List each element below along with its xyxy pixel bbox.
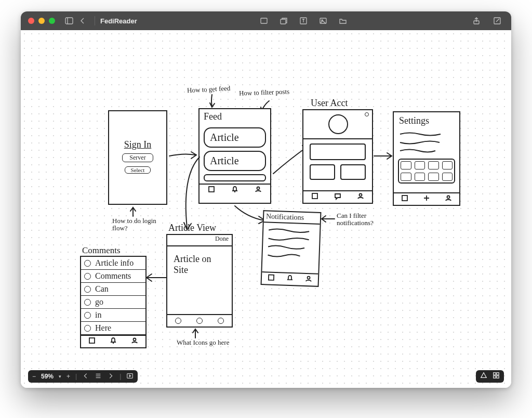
home-tab-icon[interactable] (401, 194, 409, 204)
wireframe-feed[interactable]: Feed Article Article (198, 108, 271, 204)
profile-tab-icon[interactable] (444, 194, 453, 204)
notifications-title: Notifications (264, 211, 321, 225)
svg-rect-2 (261, 18, 267, 23)
svg-rect-9 (209, 187, 214, 192)
settings-dot-icon[interactable] (365, 112, 369, 116)
app-window: FediReader How to get feed How to filter… (21, 11, 511, 388)
comment-text: in (95, 310, 101, 320)
color-swatch[interactable] (428, 161, 439, 169)
profile-tab-icon[interactable] (356, 192, 365, 202)
wireframe-user-acct[interactable] (302, 109, 373, 204)
profile-tab-icon[interactable] (254, 185, 262, 195)
browser-controls (167, 314, 232, 326)
back-icon[interactable] (78, 16, 87, 25)
comment-row: Here (81, 322, 145, 335)
home-tab-icon[interactable] (311, 192, 319, 202)
zoom-out-button[interactable]: − (32, 373, 36, 380)
signin-title: Sign In (109, 139, 166, 150)
prev-page-icon[interactable] (82, 372, 89, 381)
feed-card-1[interactable]: Article (204, 127, 266, 148)
compose-icon[interactable] (493, 16, 502, 25)
minimize-icon[interactable] (38, 18, 45, 24)
svg-rect-13 (402, 195, 407, 201)
wireframe-article-view[interactable]: Done Article on Site (166, 234, 233, 328)
avatar-icon (84, 286, 91, 293)
comment-text: Here (95, 323, 111, 333)
toolbar-center (257, 16, 350, 25)
feed-card-2[interactable]: Article (204, 151, 266, 171)
wireframe-settings[interactable]: Settings (393, 111, 460, 206)
bell-tab-icon[interactable] (109, 336, 117, 347)
wireframe-comments[interactable]: Article info Comments Can go in Here (80, 256, 147, 348)
color-swatch[interactable] (415, 161, 425, 169)
done-button[interactable]: Done (167, 235, 232, 246)
close-icon[interactable] (28, 18, 34, 24)
svg-point-16 (134, 338, 136, 341)
browser-dot-icon[interactable] (196, 318, 203, 324)
share-icon[interactable] (472, 16, 481, 25)
zoom-icon[interactable] (49, 18, 55, 24)
image-icon[interactable] (318, 16, 328, 25)
app-title: FediReader (100, 17, 137, 25)
grid-view-icon[interactable] (493, 372, 500, 381)
avatar-icon (84, 325, 91, 332)
svg-point-12 (360, 194, 362, 197)
sidebar-toggle-icon[interactable] (64, 16, 74, 25)
wireframe-signin[interactable]: Sign In Server Select (108, 110, 167, 205)
plus-tab-icon[interactable] (422, 194, 431, 204)
browser-dot-icon[interactable] (218, 318, 224, 324)
signin-select-button[interactable]: Select (125, 166, 151, 174)
avatar-icon (328, 114, 348, 134)
chat-tab-icon[interactable] (334, 192, 342, 202)
profile-tile-1 (310, 164, 335, 180)
avatar-icon (84, 299, 91, 306)
svg-rect-17 (269, 275, 274, 280)
bell-tab-icon[interactable] (231, 185, 239, 195)
text-icon[interactable] (299, 16, 308, 25)
signin-server-field[interactable]: Server (122, 153, 153, 162)
settings-tabbar (394, 192, 459, 205)
svg-point-18 (307, 277, 310, 279)
home-tab-icon[interactable] (207, 185, 216, 195)
shape-icon[interactable] (279, 16, 288, 25)
svg-point-10 (257, 187, 260, 190)
next-page-icon[interactable] (107, 372, 114, 381)
annotation-how-get-feed: How to get feed (187, 84, 231, 95)
home-tab-icon[interactable] (88, 336, 96, 347)
home-tab-icon[interactable] (267, 273, 276, 284)
folder-icon[interactable] (338, 16, 348, 25)
svg-rect-11 (312, 193, 317, 199)
wireframe-notifications[interactable]: Notifications (261, 210, 322, 287)
canvas[interactable]: How to get feed How to filter posts User… (21, 30, 511, 388)
browser-dot-icon[interactable] (175, 318, 181, 324)
annotation-what-icons: What Icons go here (177, 339, 234, 346)
titlebar-separator (95, 16, 95, 25)
avatar-icon (84, 260, 91, 267)
profile-tab-icon[interactable] (130, 336, 139, 347)
color-swatch[interactable] (415, 173, 425, 181)
color-swatch[interactable] (401, 173, 411, 181)
view-toolbar (476, 370, 504, 383)
zoom-level[interactable]: 59% (41, 373, 54, 380)
pages-list-icon[interactable] (95, 372, 102, 381)
color-swatch[interactable] (428, 173, 439, 181)
zoom-dropdown-icon[interactable]: ▾ (59, 374, 61, 379)
avatar-icon (84, 273, 91, 280)
comment-text: go (95, 297, 103, 307)
comment-text: Article info (95, 258, 134, 268)
color-swatch[interactable] (442, 161, 453, 169)
rectangle-icon[interactable] (259, 16, 269, 25)
notif-tabbar (262, 271, 318, 286)
color-swatch[interactable] (401, 161, 411, 169)
svg-rect-28 (497, 376, 499, 378)
feed-card-3[interactable] (204, 174, 266, 181)
svg-marker-23 (129, 375, 131, 377)
color-swatch[interactable] (442, 173, 453, 181)
present-icon[interactable] (126, 372, 134, 381)
comment-row: in (81, 309, 145, 322)
outline-icon[interactable] (480, 372, 487, 381)
zoom-in-button[interactable]: + (66, 373, 70, 380)
bell-tab-icon[interactable] (286, 274, 295, 285)
article-view-label: Article View (168, 223, 216, 233)
profile-tab-icon[interactable] (304, 275, 313, 285)
